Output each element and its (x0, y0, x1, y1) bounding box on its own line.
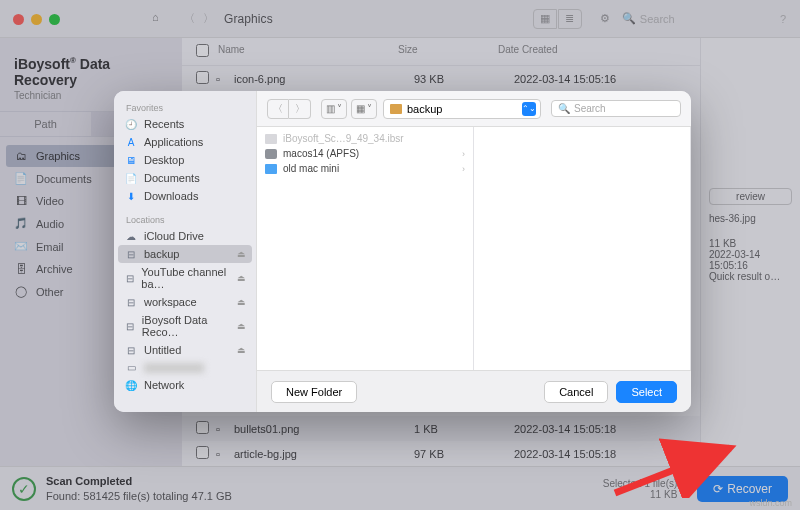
dialog-toolbar: 〈 〉 ▥ ˅ ▦ ˅ backup ⌃⌄ 🔍 Search (257, 91, 691, 127)
sidebar-backup[interactable]: ⊟backup⏏ (118, 245, 252, 263)
sidebar-blurred[interactable]: ▭ (114, 359, 256, 376)
sidebar-desktop[interactable]: 🖥Desktop (114, 151, 256, 169)
location-popup[interactable]: backup ⌃⌄ (383, 99, 541, 119)
clock-icon: 🕘 (124, 119, 138, 130)
folder-picker-dialog: Favorites 🕘Recents AApplications 🖥Deskto… (114, 91, 691, 412)
desktop-icon: 🖥 (124, 155, 138, 166)
sidebar-downloads[interactable]: ⬇Downloads (114, 187, 256, 205)
sidebar-icloud[interactable]: ☁iCloud Drive (114, 227, 256, 245)
chevron-right-icon: › (462, 164, 465, 174)
network-icon: 🌐 (124, 380, 138, 391)
folder-icon (265, 164, 277, 174)
disk-icon: ⊟ (124, 249, 138, 260)
file-item[interactable]: old mac mini› (257, 161, 473, 176)
column-view[interactable]: ▥ ˅ (321, 99, 347, 119)
new-folder-button[interactable]: New Folder (271, 381, 357, 403)
eject-icon[interactable]: ⏏ (237, 273, 246, 283)
nav-back[interactable]: 〈 (267, 99, 289, 119)
chevron-right-icon: › (462, 149, 465, 159)
file-icon (265, 134, 277, 144)
file-item[interactable]: iBoysoft_Sc…9_49_34.ibsr (257, 131, 473, 146)
nav-forward[interactable]: 〉 (289, 99, 311, 119)
cloud-icon: ☁ (124, 231, 138, 242)
select-button[interactable]: Select (616, 381, 677, 403)
watermark: wsldn.com (749, 498, 792, 508)
locations-label: Locations (114, 211, 256, 227)
documents-icon: 📄 (124, 173, 138, 184)
eject-icon[interactable]: ⏏ (237, 345, 246, 355)
disk-icon (265, 149, 277, 159)
column-browser: iBoysoft_Sc…9_49_34.ibsr macos14 (APFS)›… (257, 127, 691, 370)
chevron-updown-icon: ⌃⌄ (522, 102, 536, 116)
dialog-footer: New Folder Cancel Select (257, 370, 691, 412)
cancel-button[interactable]: Cancel (544, 381, 608, 403)
disk-icon: ⊟ (124, 345, 138, 356)
dialog-search[interactable]: 🔍 Search (551, 100, 681, 117)
favorites-label: Favorites (114, 99, 256, 115)
file-item[interactable]: macos14 (APFS)› (257, 146, 473, 161)
sidebar-applications[interactable]: AApplications (114, 133, 256, 151)
disk-icon: ⊟ (124, 297, 138, 308)
sidebar-iboysoft[interactable]: ⊟iBoysoft Data Reco…⏏ (114, 311, 256, 341)
downloads-icon: ⬇ (124, 191, 138, 202)
eject-icon[interactable]: ⏏ (237, 297, 246, 307)
sidebar-youtube[interactable]: ⊟YouTube channel ba…⏏ (114, 263, 256, 293)
sidebar-recents[interactable]: 🕘Recents (114, 115, 256, 133)
monitor-icon: ▭ (124, 362, 138, 373)
sidebar-network[interactable]: 🌐Network (114, 376, 256, 394)
sidebar-workspace[interactable]: ⊟workspace⏏ (114, 293, 256, 311)
sidebar-untitled[interactable]: ⊟Untitled⏏ (114, 341, 256, 359)
finder-sidebar: Favorites 🕘Recents AApplications 🖥Deskto… (114, 91, 257, 412)
apps-icon: A (124, 137, 138, 148)
search-icon: 🔍 (558, 103, 570, 114)
disk-icon: ⊟ (124, 321, 136, 332)
group-menu[interactable]: ▦ ˅ (351, 99, 377, 119)
eject-icon[interactable]: ⏏ (237, 321, 246, 331)
folder-icon (390, 104, 402, 114)
disk-icon: ⊟ (124, 273, 135, 284)
eject-icon[interactable]: ⏏ (237, 249, 246, 259)
sidebar-documents[interactable]: 📄Documents (114, 169, 256, 187)
